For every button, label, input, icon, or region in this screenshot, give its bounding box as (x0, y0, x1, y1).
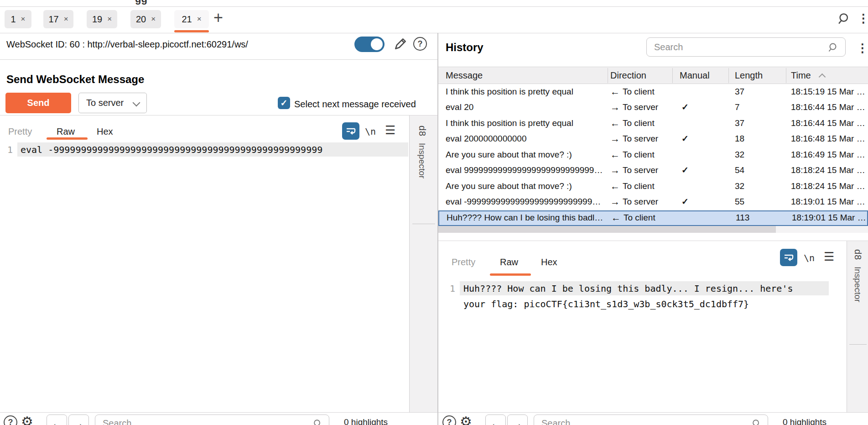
direction-arrow-icon: ← (610, 118, 620, 129)
cell-direction: To server (623, 134, 658, 144)
word-wrap-icon[interactable] (342, 122, 359, 140)
close-icon[interactable]: × (197, 15, 202, 24)
cell-time: 18:15:19 15 Mar 2025 (791, 87, 866, 97)
search-input[interactable] (102, 418, 279, 425)
repeater-tab-17[interactable]: 17 × (43, 10, 73, 28)
cell-length: 113 (736, 213, 749, 223)
next-match-button[interactable]: → (68, 415, 89, 425)
history-row[interactable]: Are you sure about that move? :) ← To cl… (438, 147, 868, 163)
editor-tab-pretty[interactable]: Pretty (8, 126, 32, 137)
inspector-tab[interactable]: d8 Inspector (417, 126, 427, 178)
show-newlines-icon[interactable]: \n (365, 126, 376, 137)
cell-time: 18:18:24 15 Mar 2025 (791, 165, 866, 175)
column-length[interactable]: Length (735, 70, 763, 81)
history-row-selected[interactable]: Huh???? How can I be losing this badly..… (438, 210, 868, 226)
editor-content[interactable]: eval -9999999999999999999999999999999999… (21, 144, 322, 155)
edit-pencil-icon[interactable] (393, 37, 408, 51)
close-icon[interactable]: × (21, 15, 26, 24)
message-line-2-flag: your flag: picoCTF{c1i3nt_s1d3_w3b_s0ck3… (463, 299, 749, 310)
divider (438, 241, 868, 241)
close-icon[interactable]: × (107, 15, 112, 24)
arrow-right-icon: → (513, 418, 523, 425)
help-icon[interactable]: ? (442, 415, 456, 425)
cell-message: Are you sure about that move? :) (446, 181, 603, 191)
direction-arrow-icon: ← (610, 149, 620, 160)
history-row[interactable]: I think this position is pretty equal ← … (438, 116, 868, 131)
editor-search-box[interactable] (95, 415, 329, 425)
arrow-left-icon: ← (52, 418, 62, 425)
cell-message: eval 99999999999999999999999999999999999… (446, 165, 603, 175)
cell-time: 18:19:01 15 Mar 2025 (791, 197, 866, 207)
message-viewer[interactable]: 1 Huh???? How can I be losing this badly… (438, 278, 847, 412)
cell-length: 18 (735, 134, 744, 144)
inspector-label: Inspector (852, 267, 863, 302)
viewer-tab-hex[interactable]: Hex (541, 257, 557, 268)
add-tab-button[interactable]: + (213, 8, 223, 27)
history-row[interactable]: eval 99999999999999999999999999999999999… (438, 163, 868, 178)
highlights-count: 0 highlights (344, 417, 388, 425)
select-next-message-checkbox[interactable]: ✓ (278, 97, 290, 109)
direction-dropdown[interactable]: To server (78, 93, 147, 113)
show-newlines-icon[interactable]: \n (804, 252, 815, 263)
repeater-tab-1[interactable]: 1 × (5, 10, 31, 28)
cell-direction: To server (623, 102, 658, 112)
word-wrap-icon[interactable] (780, 249, 797, 266)
viewer-menu-icon[interactable]: ☰ (824, 250, 834, 264)
viewer-search-box[interactable] (534, 415, 768, 425)
horizontal-scrollbar-thumb[interactable] (438, 226, 776, 233)
help-glyph: ? (418, 39, 423, 49)
cell-direction: To client (623, 181, 655, 191)
column-direction[interactable]: Direction (610, 70, 646, 81)
close-icon[interactable]: × (151, 15, 156, 24)
message-editor[interactable]: 1 eval -99999999999999999999999999999999… (0, 142, 409, 412)
column-time[interactable]: Time (791, 70, 811, 81)
direction-arrow-icon: → (610, 133, 620, 144)
chevron-down-icon (133, 99, 140, 107)
history-row[interactable]: eval -9999999999999999999999999999999999… (438, 194, 868, 210)
history-search-box[interactable] (646, 37, 846, 57)
help-icon[interactable]: ? (4, 415, 17, 425)
history-row[interactable]: eval 2000000000000 → To server ✓ 18 18:1… (438, 131, 868, 147)
previous-match-button[interactable]: ← (485, 415, 506, 425)
search-input[interactable] (541, 418, 717, 425)
history-row[interactable]: eval 20 → To server ✓ 7 18:16:44 15 Mar … (438, 100, 868, 115)
history-row[interactable]: Are you sure about that move? :) ← To cl… (438, 179, 868, 194)
divider (0, 412, 437, 413)
inspector-sidebar: d8 Inspector (847, 241, 868, 412)
cell-time: 18:16:49 15 Mar 2025 (791, 150, 866, 160)
viewer-tab-raw[interactable]: Raw (500, 257, 518, 268)
help-icon[interactable]: ? (413, 37, 427, 51)
repeater-tab-21-selected[interactable]: 21 × (174, 10, 209, 28)
history-menu-icon[interactable]: ⋮ (857, 42, 868, 54)
inspector-tab[interactable]: d8 Inspector (852, 249, 863, 302)
divider (0, 59, 437, 60)
tab-label: 21 (182, 14, 192, 25)
history-row[interactable]: I think this position is pretty equal ← … (438, 84, 868, 100)
cell-message: eval 2000000000000 (446, 134, 603, 144)
window-menu-icon[interactable]: ⋮ (858, 12, 868, 24)
repeater-tab-20[interactable]: 20 × (130, 10, 161, 28)
search-icon[interactable] (837, 12, 851, 26)
previous-match-button[interactable]: ← (47, 415, 67, 425)
history-search-input[interactable] (653, 42, 804, 53)
editor-tab-hex[interactable]: Hex (97, 126, 113, 137)
send-button[interactable]: Send (5, 93, 71, 113)
settings-gear-icon[interactable]: ⚙ (460, 414, 472, 425)
column-manual[interactable]: Manual (680, 70, 710, 81)
close-icon[interactable]: × (64, 15, 68, 24)
editor-tab-raw[interactable]: Raw (57, 126, 75, 137)
tab-label: 17 (48, 14, 58, 25)
column-separator (728, 68, 729, 83)
repeater-tab-19[interactable]: 19 × (87, 10, 117, 28)
inspector-sidebar: d8 Inspector (409, 115, 437, 412)
viewer-tab-pretty[interactable]: Pretty (452, 257, 475, 268)
editor-menu-icon[interactable]: ☰ (385, 123, 395, 137)
settings-gear-icon[interactable]: ⚙ (21, 414, 33, 425)
websocket-active-toggle[interactable] (354, 37, 385, 52)
next-match-button[interactable]: → (507, 415, 528, 425)
search-icon (312, 419, 322, 425)
direction-dropdown-value: To server (86, 98, 124, 108)
column-message[interactable]: Message (446, 70, 483, 81)
divider (0, 33, 868, 33)
tab-label: 19 (92, 14, 102, 25)
